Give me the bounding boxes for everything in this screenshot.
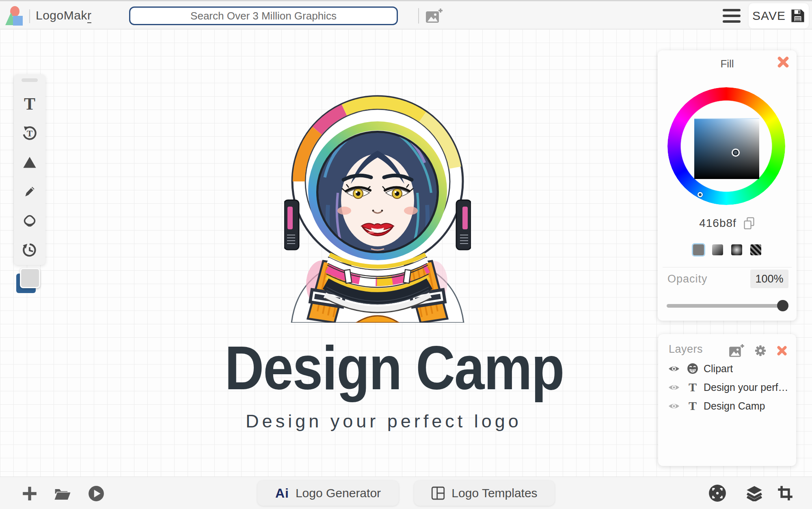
- opacity-value[interactable]: 100%: [750, 270, 788, 288]
- text-tool-glyph: T: [24, 95, 35, 112]
- history-glyph: [22, 242, 38, 258]
- t-glyph: T: [689, 381, 697, 393]
- opacity-slider-track: [667, 304, 788, 308]
- fit-screen-icon[interactable]: [708, 484, 726, 502]
- layer-row-tagline-text[interactable]: T Design your perfec…: [658, 378, 796, 397]
- svg-text:T: T: [27, 129, 32, 138]
- save-button[interactable]: SAVE: [749, 3, 809, 28]
- canvas-tagline-text[interactable]: Design your perfect logo: [187, 411, 581, 432]
- toolbar-drag-handle[interactable]: [22, 78, 38, 82]
- pencil-glyph: [22, 184, 37, 199]
- tools-sidebar: T T: [14, 74, 45, 265]
- eraser-tool-icon[interactable]: [14, 211, 45, 230]
- top-bar: LogoMakr SAVE: [0, 0, 812, 29]
- hex-row: 416b8f: [658, 217, 797, 230]
- clipart-astronaut-image[interactable]: [284, 71, 471, 323]
- logo-templates-button[interactable]: Logo Templates: [414, 481, 555, 506]
- search-bar: [129, 6, 398, 25]
- logomakr-logo-icon[interactable]: [5, 5, 24, 26]
- crop-icon[interactable]: [777, 485, 793, 501]
- logo-square-shape: [13, 16, 23, 26]
- curved-text-glyph: T: [22, 125, 38, 141]
- visibility-eye-icon[interactable]: [668, 402, 680, 410]
- history-tool-icon[interactable]: [14, 241, 45, 259]
- open-folder-icon[interactable]: [54, 486, 71, 501]
- radial-gradient-swatch[interactable]: [731, 244, 742, 255]
- text-tool-icon[interactable]: T: [14, 95, 45, 113]
- layer-label: Design Camp: [704, 400, 765, 412]
- logo-generator-label: Logo Generator: [296, 486, 381, 500]
- logo-templates-label: Logo Templates: [451, 486, 537, 500]
- fill-style-swatches: [658, 244, 797, 255]
- linear-gradient-swatch[interactable]: [712, 244, 723, 255]
- layer-row-headline-text[interactable]: T Design Camp: [658, 397, 796, 415]
- search-input[interactable]: [129, 6, 398, 25]
- opacity-label: Opacity: [667, 273, 708, 285]
- logomakr-app: Design Camp Design your perfect logo Log…: [0, 0, 812, 509]
- layers-order-icon[interactable]: [745, 485, 763, 501]
- solid-fill-swatch[interactable]: [693, 244, 704, 255]
- hue-selector-knob[interactable]: [698, 192, 703, 197]
- color-chip-front: [20, 268, 40, 288]
- sv-selector-knob[interactable]: [733, 150, 739, 155]
- add-image-icon[interactable]: [425, 8, 443, 24]
- save-floppy-icon: [790, 9, 805, 23]
- current-color-chip[interactable]: [16, 268, 42, 297]
- layers-panel-title: Layers: [669, 343, 703, 356]
- layers-panel-actions: [729, 344, 787, 358]
- toolbar-divider: [418, 8, 419, 24]
- bottom-bar: Ai Logo Generator Logo Templates: [0, 477, 812, 509]
- menu-bar: [723, 15, 741, 17]
- saturation-value-square[interactable]: [694, 118, 759, 179]
- visibility-eye-icon[interactable]: [668, 384, 680, 391]
- add-image-layer-icon[interactable]: [729, 344, 744, 358]
- visibility-eye-icon[interactable]: [668, 365, 680, 373]
- t-glyph: T: [689, 400, 697, 412]
- grin-face-glyph: [687, 363, 698, 374]
- layer-label: Clipart: [704, 363, 733, 375]
- brand-suffix: r: [87, 9, 92, 23]
- pattern-fill-swatch[interactable]: [750, 244, 761, 255]
- layers-close-icon[interactable]: [777, 345, 787, 356]
- eye-glyph: [668, 402, 680, 410]
- text-type-icon: T: [686, 400, 700, 412]
- logo-generator-button[interactable]: Ai Logo Generator: [257, 481, 399, 506]
- layer-label: Design your perfec…: [704, 382, 789, 393]
- fill-panel-title: Fill: [658, 58, 797, 70]
- eraser-glyph: [22, 213, 37, 229]
- curved-text-tool-icon[interactable]: T: [14, 124, 45, 142]
- fill-panel: Fill 416b8f Opacity 100%: [658, 50, 797, 321]
- menu-icon[interactable]: [723, 9, 741, 23]
- canvas-headline-text[interactable]: Design Camp: [225, 337, 542, 399]
- layers-settings-gear-icon[interactable]: [754, 344, 767, 357]
- copy-icon[interactable]: [743, 217, 755, 230]
- ai-icon: Ai: [275, 486, 289, 501]
- menu-bar: [723, 9, 741, 11]
- eye-glyph: [668, 365, 680, 373]
- menu-bar: [723, 20, 741, 23]
- text-type-icon: T: [686, 381, 700, 393]
- templates-grid-icon: [431, 486, 445, 500]
- add-new-icon[interactable]: [21, 485, 38, 502]
- brand-divider: [29, 9, 30, 23]
- layer-row-clipart[interactable]: Clipart: [658, 359, 796, 378]
- brand-prefix: LogoMak: [36, 9, 87, 22]
- fill-divider: [663, 267, 792, 267]
- play-tutorial-icon[interactable]: [88, 485, 105, 502]
- opacity-slider[interactable]: [667, 300, 788, 312]
- shapes-tool-icon[interactable]: [14, 153, 45, 172]
- clipart-type-icon: [686, 363, 700, 374]
- triangle-glyph: [22, 155, 37, 169]
- hex-value[interactable]: 416b8f: [699, 217, 736, 230]
- opacity-slider-thumb[interactable]: [777, 300, 788, 311]
- fill-close-icon[interactable]: [777, 56, 789, 68]
- layers-panel: Layers: [658, 334, 796, 466]
- eye-glyph: [668, 384, 680, 391]
- save-label: SAVE: [752, 9, 786, 23]
- brand-name[interactable]: LogoMakr: [36, 9, 91, 22]
- draw-tool-icon[interactable]: [14, 182, 45, 201]
